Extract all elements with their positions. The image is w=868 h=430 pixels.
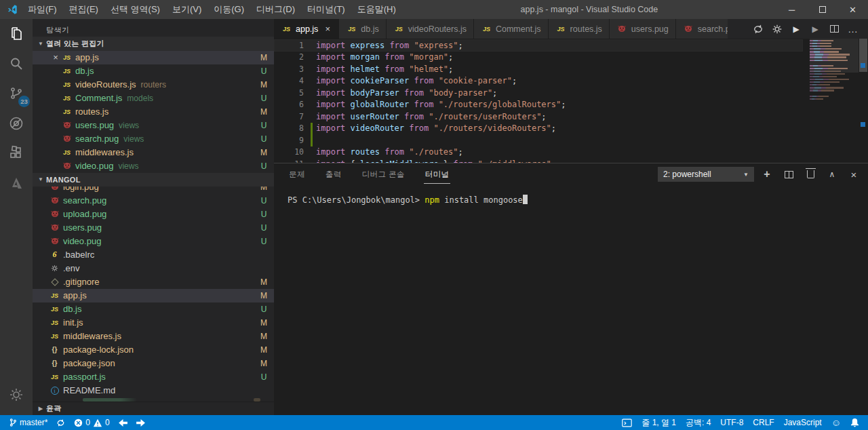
task-terminal-item[interactable] (618, 415, 635, 430)
kill-terminal-icon[interactable] (802, 166, 819, 182)
azure-icon[interactable] (0, 168, 33, 198)
cursor-position-item[interactable]: 줄 1, 열 1 (638, 415, 679, 430)
git-status-letter: M (255, 277, 273, 287)
tab-app.js[interactable]: JSapp.js× (274, 19, 339, 39)
menu-item[interactable]: 터미널(T) (301, 0, 351, 19)
file-item-users.pug[interactable]: users.pugU (33, 221, 274, 235)
file-item-passport.js[interactable]: JSpassport.jsU (33, 370, 274, 384)
indentation-item[interactable]: 공백: 4 (682, 415, 714, 430)
menu-item[interactable]: 보기(V) (166, 0, 208, 19)
source-control-icon[interactable]: 23 (0, 79, 33, 109)
activity-bar: 23 (0, 19, 33, 415)
panel-tab-문제[interactable]: 문제 (288, 165, 307, 184)
menu-item[interactable]: 디버그(D) (250, 0, 301, 19)
tab-Comment.js[interactable]: JSComment.js (474, 19, 549, 39)
sidebar-title: 탐색기 (33, 19, 274, 37)
close-icon[interactable]: × (50, 52, 61, 62)
extensions-icon[interactable] (0, 138, 33, 168)
file-item-app.js[interactable]: JSapp.jsM (33, 289, 274, 302)
debug-icon[interactable] (0, 109, 33, 138)
menu-item[interactable]: 이동(G) (208, 0, 250, 19)
code-token: import (316, 147, 351, 157)
tab-routes.js[interactable]: JSroutes.js (549, 19, 610, 39)
sync-icon[interactable] (750, 21, 766, 37)
tab-users.pug[interactable]: users.pug (610, 19, 676, 39)
menu-item[interactable]: 편집(E) (63, 0, 104, 19)
shell-selector[interactable]: 2: powershell ▼ (658, 167, 754, 182)
split-editor-icon[interactable] (826, 21, 842, 37)
explorer-icon[interactable] (0, 19, 33, 49)
file-item-routes.js[interactable]: JSroutes.jsM (33, 105, 274, 119)
pug-icon (49, 187, 60, 191)
more-actions-icon[interactable]: … (845, 21, 861, 37)
maximize-panel-icon[interactable]: ∧ (823, 166, 841, 182)
git-status-letter: U (255, 121, 273, 130)
eol-item[interactable]: CRLF (749, 415, 777, 430)
maximize-button[interactable] (807, 0, 837, 19)
open-editors-header[interactable]: ▼ 열려 있는 편집기 (33, 37, 274, 50)
notifications-item[interactable] (847, 415, 863, 430)
file-item-db.js[interactable]: JSdb.jsU (33, 64, 274, 78)
error-count: 0 (85, 418, 90, 427)
file-item-app.js[interactable]: ×JSapp.jsM (33, 51, 274, 64)
panel-tab-출력[interactable]: 출력 (324, 165, 343, 184)
file-item-search.pug[interactable]: search.pugU (33, 194, 274, 208)
panel-tab-디버그 콘솔[interactable]: 디버그 콘솔 (361, 165, 406, 184)
file-item-init.js[interactable]: JSinit.jsM (33, 316, 274, 330)
file-item-upload.pug[interactable]: upload.pugU (33, 208, 274, 221)
file-item-.gitignore[interactable]: .gitignoreM (33, 275, 274, 289)
minimize-button[interactable]: ─ (776, 0, 807, 19)
feedback-item[interactable]: ☺ (828, 415, 844, 430)
file-item-search.pug[interactable]: search.pugviewsU (33, 132, 274, 146)
language-mode-item[interactable]: JavaScript (781, 415, 825, 430)
file-item-.babelrc[interactable]: 6.babelrc (33, 248, 274, 262)
menu-item[interactable]: 선택 영역(S) (104, 0, 166, 19)
file-item-videoRouters.js[interactable]: JSvideoRouters.jsroutersM (33, 78, 274, 92)
editor-scrollbar[interactable] (859, 39, 868, 163)
file-item-.env[interactable]: .env (33, 262, 274, 275)
file-item-video.pug[interactable]: video.pugviewsU (33, 159, 274, 173)
file-item-users.pug[interactable]: users.pugviewsU (33, 119, 274, 132)
outline-header[interactable]: ▶ 윤곽 (33, 402, 274, 415)
search-icon[interactable] (0, 49, 33, 79)
file-item-middlewares.js[interactable]: JSmiddlewares.jsM (33, 146, 274, 159)
folder-header[interactable]: ▼ MANGOL (33, 173, 274, 187)
tab-db.js[interactable]: JSdb.js (339, 19, 386, 39)
tab-search.p[interactable]: search.p (676, 19, 728, 39)
file-item-Comment.js[interactable]: JSComment.jsmodelsU (33, 92, 274, 105)
problems-item[interactable]: 0 0 (71, 415, 113, 430)
terminal-output[interactable]: PS C:\Users\Jongbok\mangol> npm install … (274, 185, 868, 205)
sync-status-item[interactable] (53, 415, 68, 430)
git-branch-item[interactable]: master* (5, 415, 51, 430)
minimap-line (810, 84, 830, 85)
file-item-package-lock.json[interactable]: {}package-lock.jsonM (33, 343, 274, 357)
navigate-back-item[interactable] (115, 415, 131, 430)
file-item-video.pug[interactable]: video.pugU (33, 235, 274, 248)
code-editor[interactable]: 1import express from "express";2import m… (274, 39, 868, 163)
file-item-db.js[interactable]: JSdb.jsU (33, 302, 274, 316)
js-icon: JS (555, 26, 567, 33)
navigate-forward-item[interactable] (133, 415, 149, 430)
minimap-slider[interactable] (810, 39, 859, 73)
file-item-README.md[interactable]: iREADME.md (33, 384, 274, 397)
new-terminal-icon[interactable]: + (758, 166, 776, 182)
file-item-login.pug[interactable]: login.pugM (33, 187, 274, 194)
split-terminal-icon[interactable] (780, 166, 797, 182)
run-icon[interactable]: ▶ (788, 21, 804, 37)
gear-icon[interactable] (769, 21, 785, 37)
file-name: Comment.js (75, 93, 122, 103)
file-name: users.pug (63, 222, 102, 233)
close-button[interactable]: ✕ (837, 0, 868, 19)
tab-close-icon[interactable]: × (323, 24, 332, 34)
file-item-package.json[interactable]: {}package.jsonM (33, 357, 274, 370)
debug-run-icon[interactable]: ▶ (807, 21, 823, 37)
tab-videoRouters.js[interactable]: JSvideoRouters.js (387, 19, 474, 39)
js-icon-glyph: JS (283, 26, 290, 33)
panel-tab-터미널[interactable]: 터미널 (424, 165, 451, 184)
settings-gear-icon[interactable] (0, 380, 33, 410)
close-panel-icon[interactable]: × (845, 166, 863, 182)
menu-item[interactable]: 파일(F) (22, 0, 63, 19)
menu-item[interactable]: 도움말(H) (351, 0, 402, 19)
file-item-middlewares.js[interactable]: JSmiddlewares.jsM (33, 330, 274, 343)
encoding-item[interactable]: UTF-8 (717, 415, 747, 430)
